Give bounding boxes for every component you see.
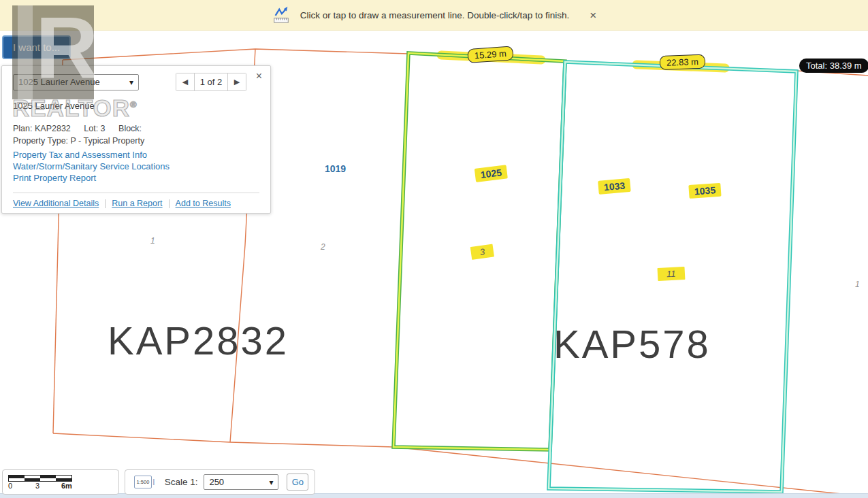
i-want-to-button[interactable]: I want to... [2,35,71,59]
pager-status: 1 of 2 [194,73,228,90]
ibeam-cursor-icon: I [152,477,155,487]
address-label-1033: 1033 [598,178,631,195]
lot-number-label-11: 11 [658,267,685,281]
result-selector-value: 1025 Laurier Avenue [18,77,100,87]
result-selector-dropdown[interactable]: 1025 Laurier Avenue ▾ [13,74,139,90]
separator [169,199,170,208]
plan-label-kap2832: KAP2832 [108,318,289,363]
plan-value: Plan: KAP2832 [13,124,71,133]
scalebar-tick-0: 0 [8,482,12,490]
property-title: 1025 Laurier Avenue [13,101,259,111]
lot-number-label: 1 [150,236,155,246]
address-label-1035: 1035 [688,183,721,199]
lot-number-label: 1 [855,280,860,289]
scale-select-dropdown[interactable]: 250 ▾ [204,474,278,490]
gis-map-viewer: KAP2832 KAP578 1019 1025 1033 1035 1 2 3… [0,0,868,498]
scalebar-panel: 0 3 6m [2,469,119,495]
popup-close-icon[interactable]: × [256,70,262,82]
address-label-1019: 1019 [325,163,346,174]
pager-next-button[interactable]: ▶ [228,73,246,90]
chevron-down-icon: ▾ [129,78,133,87]
property-type-line: Property Type: P - Typical Property [13,136,259,146]
popup-divider [13,193,259,193]
scale-select-value: 250 [209,477,224,487]
property-info-popup: 1025 Laurier Avenue ▾ ◀ 1 of 2 ▶ × 1025 … [1,65,271,214]
plan-label-kap578: KAP578 [553,321,711,367]
scale-input-icon: 1:500 [134,476,152,488]
banner-message: Click or tap to draw a measurement line.… [300,10,569,20]
measurement-tool-banner: Click or tap to draw a measurement line.… [0,0,868,31]
scalebar-tick-3: 3 [35,482,39,490]
scalebar-tick-6m: 6m [61,482,72,490]
chevron-down-icon: ▾ [269,478,273,487]
separator [105,199,106,208]
link-service-locations[interactable]: Water/Storm/Sanitary Service Locations [13,161,259,172]
scale-control-panel: 1:500 I Scale 1: 250 ▾ Go [125,469,315,495]
measurement-total-label: Total: 38.39 m [799,59,868,73]
link-property-tax-info[interactable]: Property Tax and Assessment Info [13,149,259,161]
measure-line-icon [272,5,291,24]
plan-lot-block-line: Plan: KAP2832 Lot: 3 Block: [13,124,259,133]
result-pager: ◀ 1 of 2 ▶ [176,73,246,91]
block-value: Block: [118,124,142,133]
lot-value: Lot: 3 [84,124,105,133]
run-a-report-link[interactable]: Run a Report [112,199,162,208]
pager-prev-button[interactable]: ◀ [176,73,194,90]
lot-number-label: 2 [321,242,325,252]
view-additional-details-link[interactable]: View Additional Details [13,199,99,208]
scalebar-graphic [8,475,72,482]
add-to-results-link[interactable]: Add to Results [176,199,231,208]
measurement-segment-label: 22.83 m [660,54,706,70]
scale-label: Scale 1: [165,477,198,487]
link-print-property-report[interactable]: Print Property Report [13,172,259,184]
scale-go-button[interactable]: Go [287,474,308,491]
banner-close-icon[interactable]: × [590,10,596,21]
